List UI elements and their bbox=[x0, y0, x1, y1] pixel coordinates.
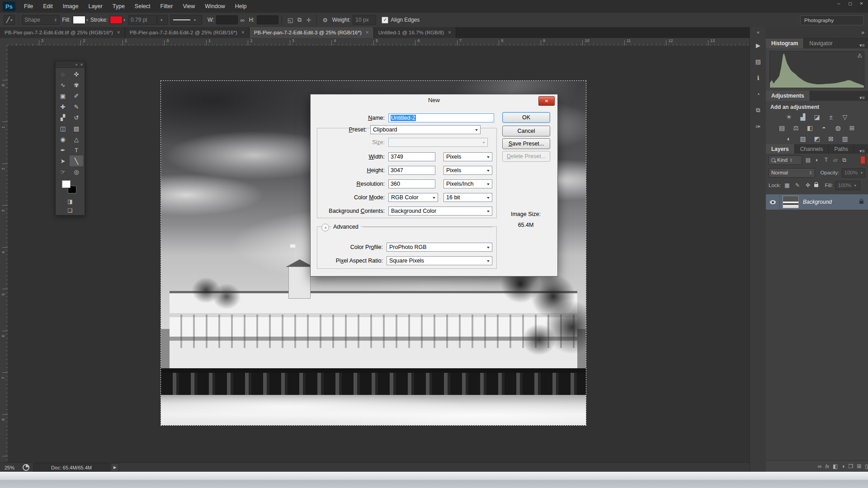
color-mode-select[interactable]: RGB Color bbox=[388, 193, 438, 202]
filter-smart-objects-icon[interactable]: ⧉ bbox=[840, 157, 848, 163]
tab-navigator[interactable]: Navigator bbox=[804, 38, 838, 48]
save-preset-button[interactable]: Save Preset... bbox=[502, 138, 550, 149]
levels-icon[interactable]: ▟ bbox=[798, 113, 807, 121]
expand-panels-icon[interactable]: « bbox=[750, 27, 766, 37]
foreground-color-swatch[interactable] bbox=[62, 180, 71, 188]
weight-field[interactable]: 10 px bbox=[353, 15, 376, 25]
tab-channels[interactable]: Channels bbox=[795, 144, 829, 154]
status-options-arrow[interactable]: ▶ bbox=[111, 463, 119, 472]
minimize-icon[interactable]: ─ bbox=[833, 0, 844, 7]
crop-tool[interactable]: ▣ bbox=[56, 90, 70, 101]
pixel-aspect-ratio-select[interactable]: Square Pixels bbox=[387, 256, 492, 265]
shape-width-input[interactable] bbox=[216, 15, 238, 24]
ok-button[interactable]: OK bbox=[502, 112, 550, 123]
fill-swatch[interactable] bbox=[73, 16, 85, 24]
quick-mask-button[interactable]: ◨ bbox=[56, 197, 85, 206]
brush-tool[interactable]: ✎ bbox=[70, 101, 83, 112]
posterize-icon[interactable]: ▨ bbox=[798, 135, 807, 142]
lock-pixels-icon[interactable]: ✎ bbox=[794, 182, 802, 188]
tool-mode-select[interactable]: Shape ⇕ bbox=[22, 15, 60, 25]
background-contents-select[interactable]: Background Color bbox=[388, 206, 492, 216]
menu-item-view[interactable]: View bbox=[178, 0, 200, 13]
path-operations-icon[interactable]: ◱ bbox=[288, 17, 293, 23]
threshold-icon[interactable]: ◩ bbox=[812, 135, 821, 142]
black-white-icon[interactable]: ◧ bbox=[806, 124, 815, 131]
layer-thumbnail[interactable] bbox=[783, 196, 799, 208]
stroke-swatch[interactable] bbox=[110, 16, 123, 24]
blur-tool[interactable]: ◉ bbox=[56, 134, 70, 145]
color-profile-select[interactable]: ProPhoto RGB bbox=[387, 243, 492, 252]
stroke-width-field[interactable]: 0.79 pt bbox=[128, 15, 157, 25]
lock-position-icon[interactable]: ✜ bbox=[804, 182, 812, 188]
fill-field[interactable]: 100% ▾ bbox=[835, 181, 860, 190]
selective-color-icon[interactable]: ▥ bbox=[840, 135, 849, 142]
history-brush-tool[interactable]: ↺ bbox=[70, 112, 83, 123]
menu-item-filter[interactable]: Filter bbox=[156, 0, 178, 13]
add-mask-icon[interactable]: ◧ bbox=[833, 463, 838, 469]
document-tab[interactable]: PB-Pier-pan-7-2-Edit-Edit.tif @ 25% (RGB… bbox=[0, 27, 125, 38]
layer-row-background[interactable]: Background bbox=[766, 194, 868, 210]
dodge-tool[interactable]: △ bbox=[70, 134, 83, 145]
tab-paths[interactable]: Paths bbox=[829, 144, 854, 154]
tab-histogram[interactable]: Histogram bbox=[766, 38, 804, 48]
cancel-button[interactable]: Cancel bbox=[502, 126, 550, 136]
blend-mode-select[interactable]: Normal ⇕ bbox=[769, 168, 815, 178]
line-tool[interactable]: ╲ bbox=[70, 155, 83, 166]
hand-tool[interactable]: ☞ bbox=[56, 166, 70, 177]
dialog-close-button[interactable]: ✕ bbox=[538, 96, 555, 106]
height-unit-select[interactable]: Pixels bbox=[443, 166, 492, 175]
link-dimensions-icon[interactable]: ∞ bbox=[240, 17, 244, 23]
menu-item-window[interactable]: Window bbox=[200, 0, 230, 13]
close-tab-icon[interactable]: × bbox=[241, 29, 245, 36]
quick-selection-tool[interactable]: ✾ bbox=[70, 80, 83, 90]
width-unit-select[interactable]: Pixels bbox=[443, 152, 492, 161]
path-selection-tool[interactable]: ➤ bbox=[56, 155, 70, 166]
filter-adjustment-layers-icon[interactable]: ◐ bbox=[813, 157, 821, 163]
properties-panel-icon[interactable]: ◔ bbox=[750, 86, 766, 102]
gear-icon[interactable]: ⚙ bbox=[322, 17, 328, 23]
warning-icon[interactable]: ⚠ bbox=[857, 52, 862, 59]
path-alignment-icon[interactable]: ⧉ bbox=[297, 16, 302, 23]
tab-adjustments[interactable]: Adjustments bbox=[766, 91, 810, 101]
color-balance-icon[interactable]: ⚖ bbox=[792, 124, 801, 131]
gradient-tool[interactable]: ▧ bbox=[70, 123, 83, 134]
new-group-icon[interactable]: ❒ bbox=[849, 463, 854, 469]
resolution-input[interactable]: 360 bbox=[388, 179, 435, 188]
maximize-icon[interactable]: ▢ bbox=[844, 0, 856, 7]
width-input[interactable]: 3749 bbox=[388, 152, 435, 161]
curves-icon[interactable]: ◪ bbox=[812, 113, 821, 121]
layer-filter-toggle[interactable] bbox=[860, 156, 865, 164]
filter-shape-layers-icon[interactable]: ▱ bbox=[831, 157, 839, 163]
panel-menu-icon[interactable]: ▾≡ bbox=[859, 95, 868, 101]
menu-item-type[interactable]: Type bbox=[108, 0, 130, 13]
clone-source-panel-icon[interactable]: ⧉ bbox=[750, 102, 766, 118]
invert-icon[interactable]: ◐ bbox=[784, 135, 793, 142]
filter-pixel-layers-icon[interactable]: ▤ bbox=[804, 157, 812, 163]
vibrance-icon[interactable]: ▽ bbox=[840, 113, 849, 121]
color-lookup-icon[interactable]: ⊞ bbox=[848, 124, 857, 131]
photo-filter-icon[interactable]: ◓ bbox=[820, 124, 829, 131]
gradient-map-icon[interactable]: ⊠ bbox=[826, 135, 835, 142]
lasso-tool[interactable]: ∿ bbox=[56, 80, 70, 90]
delete-layer-icon[interactable]: ▯ bbox=[865, 463, 868, 469]
lock-transparency-icon[interactable]: ▦ bbox=[783, 182, 791, 188]
link-layers-icon[interactable]: ∞ bbox=[818, 463, 822, 469]
height-input[interactable]: 3047 bbox=[388, 166, 435, 175]
align-edges-checkbox[interactable]: ✓ Align Edges bbox=[382, 17, 420, 23]
document-tab[interactable]: PB-Pier-pan-7-2-Edit-Edit-3 @ 25% (RGB/1… bbox=[250, 27, 374, 38]
close-tab-icon[interactable]: × bbox=[366, 29, 369, 36]
zoom-level-field[interactable]: 25% bbox=[0, 465, 19, 470]
close-icon[interactable]: ✕ bbox=[856, 0, 867, 7]
hue-saturation-icon[interactable]: ▤ bbox=[778, 124, 787, 131]
menu-item-edit[interactable]: Edit bbox=[38, 0, 58, 13]
brightness-contrast-icon[interactable]: ☀ bbox=[784, 113, 793, 121]
zoom-tool[interactable]: ◎ bbox=[70, 166, 83, 177]
bit-depth-select[interactable]: 16 bit bbox=[443, 193, 492, 202]
panel-menu-icon[interactable]: ▾≡ bbox=[859, 42, 868, 48]
workspace-switcher[interactable]: Photography bbox=[800, 15, 863, 25]
resolution-unit-select[interactable]: Pixels/Inch bbox=[443, 179, 492, 188]
layer-effects-icon[interactable]: fx bbox=[825, 464, 829, 469]
menu-item-select[interactable]: Select bbox=[130, 0, 156, 13]
eyedropper-tool[interactable]: ✐ bbox=[70, 90, 83, 101]
filter-type-layers-icon[interactable]: T bbox=[822, 157, 830, 163]
